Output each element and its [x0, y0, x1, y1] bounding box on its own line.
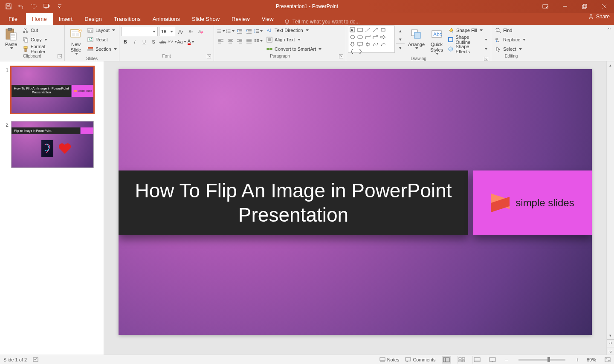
- shape-down-arrow-icon[interactable]: [349, 41, 356, 47]
- zoom-slider-handle[interactable]: [547, 357, 550, 362]
- reset-button[interactable]: Reset: [85, 35, 119, 44]
- collapse-ribbon-icon[interactable]: [605, 25, 614, 61]
- increase-indent-icon[interactable]: [245, 27, 253, 35]
- shadow-button[interactable]: S: [149, 38, 158, 46]
- shape-connector-elbow-icon[interactable]: [365, 34, 371, 40]
- thumbnail-1[interactable]: 1 How To Flip An Image in PowerPoint Pre…: [4, 66, 99, 113]
- previous-slide-icon[interactable]: [607, 339, 614, 347]
- slide-title[interactable]: How To Flip An Image in PowerPoint Prese…: [119, 170, 468, 235]
- columns-icon[interactable]: [254, 37, 263, 45]
- section-button[interactable]: Section: [85, 44, 119, 54]
- tab-animations[interactable]: Animations: [147, 13, 186, 25]
- shape-flowchart-icon[interactable]: [365, 41, 371, 47]
- normal-view-icon[interactable]: [442, 356, 451, 364]
- tab-transitions[interactable]: Transitions: [108, 13, 147, 25]
- shape-rect-outline-icon[interactable]: [380, 27, 386, 33]
- close-icon[interactable]: [594, 0, 614, 13]
- thumbnail-slide[interactable]: Flip an Image in PowerPoint: [11, 121, 94, 168]
- qat-customize-icon[interactable]: [56, 3, 63, 10]
- spellcheck-icon[interactable]: [33, 357, 40, 363]
- shape-curve-icon[interactable]: [372, 41, 379, 47]
- thumbnail-2[interactable]: 2 Flip an Image in PowerPoint: [4, 121, 99, 168]
- tab-insert[interactable]: Insert: [53, 13, 79, 25]
- underline-button[interactable]: U: [140, 38, 148, 46]
- redo-icon[interactable]: [31, 3, 38, 10]
- change-case-button[interactable]: Aa: [177, 38, 186, 46]
- copy-button[interactable]: Copy: [20, 35, 63, 44]
- shape-arc-icon[interactable]: [380, 41, 386, 47]
- comments-button[interactable]: Comments: [405, 357, 435, 362]
- share-button[interactable]: Share: [588, 14, 610, 20]
- align-text-button[interactable]: Align Text: [264, 35, 323, 44]
- tell-me-search[interactable]: Tell me what you want to do...: [280, 19, 364, 25]
- format-painter-button[interactable]: Format Painter: [20, 44, 63, 54]
- cut-button[interactable]: Cut: [20, 26, 63, 35]
- shape-fill-button[interactable]: Shape Fill: [446, 26, 489, 35]
- decrease-font-icon[interactable]: A▾: [186, 27, 195, 36]
- tab-design[interactable]: Design: [78, 13, 107, 25]
- dialog-launcher-icon[interactable]: ↘: [58, 54, 62, 58]
- tab-file[interactable]: File: [0, 13, 26, 25]
- next-slide-icon[interactable]: [607, 347, 614, 355]
- shape-line-icon[interactable]: [365, 27, 371, 33]
- shape-line-arrow-icon[interactable]: [372, 27, 379, 33]
- scroll-down-icon[interactable]: ▾: [607, 332, 614, 339]
- shape-oval-icon[interactable]: [349, 34, 356, 40]
- strikethrough-button[interactable]: abc: [159, 38, 167, 46]
- char-spacing-button[interactable]: AV: [168, 38, 177, 46]
- italic-button[interactable]: I: [130, 38, 139, 46]
- numbering-button[interactable]: 123: [226, 27, 235, 35]
- increase-font-icon[interactable]: A▴: [177, 27, 185, 36]
- quick-styles-button[interactable]: Abc Quick Styles: [427, 26, 446, 56]
- replace-button[interactable]: abacReplace: [493, 35, 530, 44]
- layout-button[interactable]: Layout: [85, 26, 119, 35]
- vertical-scrollbar[interactable]: ▴ ▾: [606, 61, 614, 355]
- dialog-launcher-icon[interactable]: ↘: [484, 57, 488, 61]
- justify-icon[interactable]: [245, 37, 253, 45]
- thumbnail-slide[interactable]: How To Flip An Image in PowerPoint Prese…: [11, 66, 94, 113]
- align-right-icon[interactable]: [235, 37, 244, 45]
- save-icon[interactable]: [5, 3, 12, 10]
- slideshow-view-icon[interactable]: [488, 356, 497, 364]
- slide-logo-box[interactable]: simple slides: [473, 170, 592, 235]
- shape-rect-callout-icon[interactable]: [357, 41, 363, 47]
- dialog-launcher-icon[interactable]: ↘: [207, 54, 211, 58]
- font-name-combo[interactable]: [121, 27, 158, 36]
- gallery-row-up-icon[interactable]: ▴: [396, 26, 405, 35]
- ribbon-display-options-icon[interactable]: [536, 0, 555, 13]
- shapes-gallery[interactable]: A: [348, 26, 395, 53]
- tab-home[interactable]: Home: [26, 13, 53, 25]
- shape-left-brace-icon[interactable]: [349, 49, 356, 55]
- arrange-button[interactable]: Arrange: [405, 26, 427, 56]
- shape-connector-elbow-arrow-icon[interactable]: [372, 34, 379, 40]
- slide-sorter-view-icon[interactable]: [457, 356, 466, 364]
- slide[interactable]: How To Flip An Image in PowerPoint Prese…: [119, 69, 592, 335]
- new-slide-button[interactable]: New Slide: [67, 26, 85, 56]
- align-center-icon[interactable]: [226, 37, 235, 45]
- bullets-button[interactable]: [217, 27, 225, 35]
- font-size-combo[interactable]: 18: [159, 27, 175, 36]
- font-color-button[interactable]: A: [187, 38, 195, 46]
- clear-formatting-icon[interactable]: A: [196, 27, 205, 36]
- shape-rectangle-icon[interactable]: [357, 27, 363, 33]
- convert-smartart-button[interactable]: Convert to SmartArt: [264, 44, 323, 54]
- shape-effects-button[interactable]: Shape Effects: [446, 44, 489, 54]
- shape-outline-button[interactable]: Shape Outline: [446, 35, 489, 44]
- align-left-icon[interactable]: [217, 37, 225, 45]
- gallery-more-icon[interactable]: ▾: [396, 43, 405, 52]
- shape-rounded-rect-icon[interactable]: [357, 34, 363, 40]
- shape-text-box-icon[interactable]: A: [349, 27, 356, 33]
- notes-button[interactable]: Notes: [379, 357, 400, 362]
- shape-right-brace-icon[interactable]: [357, 49, 363, 55]
- undo-icon[interactable]: [18, 3, 25, 10]
- dialog-launcher-icon[interactable]: ↘: [339, 54, 343, 58]
- start-from-beginning-icon[interactable]: [43, 3, 50, 10]
- bold-button[interactable]: B: [121, 38, 130, 46]
- decrease-indent-icon[interactable]: [235, 27, 244, 35]
- tab-view[interactable]: View: [256, 13, 280, 25]
- select-button[interactable]: Select: [493, 44, 530, 54]
- maximize-icon[interactable]: [575, 0, 594, 13]
- minimize-icon[interactable]: [555, 0, 575, 13]
- tab-slideshow[interactable]: Slide Show: [186, 13, 226, 25]
- zoom-level[interactable]: 89%: [587, 357, 596, 362]
